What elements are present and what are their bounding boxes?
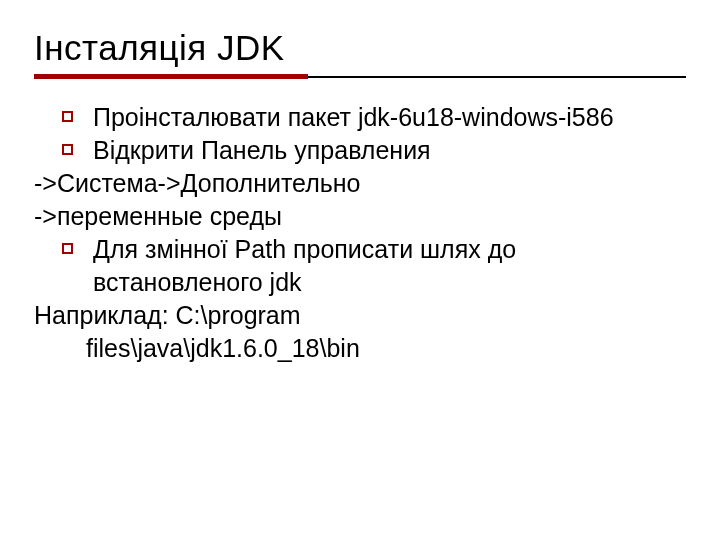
slide-title: Інсталяція JDK	[34, 28, 686, 68]
underline-black	[308, 76, 686, 78]
square-bullet-icon	[62, 243, 73, 254]
list-item-text: Для змінної Path прописати шлях до встан…	[93, 233, 686, 299]
underline-red	[34, 74, 308, 79]
list-item-text: Відкрити Панель управления	[93, 134, 686, 167]
content-body: Проінсталювати пакет jdk-6u18-windows-i5…	[34, 101, 686, 365]
title-block: Інсталяція JDK	[34, 28, 686, 79]
example-line: Наприклад: C:\program	[34, 299, 686, 332]
list-item: Для змінної Path прописати шлях до встан…	[34, 233, 686, 299]
body-line: ->Система->Дополнительно	[34, 167, 686, 200]
title-underline	[34, 74, 686, 79]
square-bullet-icon	[62, 111, 73, 122]
slide: Інсталяція JDK Проінсталювати пакет jdk-…	[0, 0, 720, 540]
list-item-text: Проінсталювати пакет jdk-6u18-windows-i5…	[93, 101, 686, 134]
list-item: Відкрити Панель управления	[34, 134, 686, 167]
square-bullet-icon	[62, 144, 73, 155]
list-item: Проінсталювати пакет jdk-6u18-windows-i5…	[34, 101, 686, 134]
body-line: ->переменные среды	[34, 200, 686, 233]
example-path: files\java\jdk1.6.0_18\bin	[86, 332, 686, 365]
